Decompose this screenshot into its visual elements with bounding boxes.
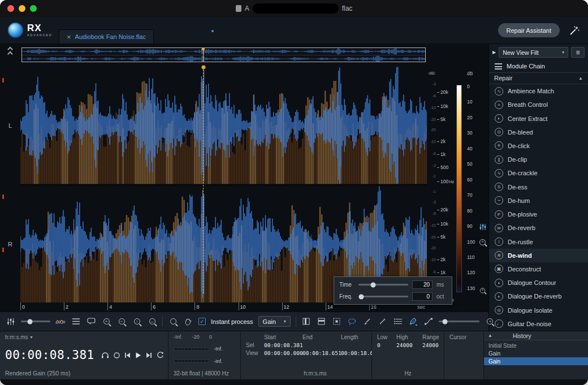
clip-gain-bubble-icon[interactable] <box>86 317 96 327</box>
amp-tick-label: -6 <box>433 94 436 98</box>
module-item-breath-control[interactable]: ≈Breath Control <box>489 98 588 111</box>
spectrogram-waveform-blend-icon[interactable] <box>55 317 66 327</box>
vertical-sliders-icon[interactable] <box>479 223 486 233</box>
freq-tick-label: 100Hz <box>437 179 454 184</box>
module-icon: ≋ <box>495 251 503 259</box>
feather-time-slider[interactable] <box>358 284 408 285</box>
module-item-de-crackle[interactable]: ϟDe-crackle <box>489 166 588 180</box>
magnifier-tool-icon[interactable] <box>168 317 178 327</box>
module-item-de-click[interactable]: ✳De-click <box>489 139 588 153</box>
magic-wand-selection-icon[interactable] <box>378 317 388 327</box>
tab-close-icon[interactable]: × <box>67 33 71 41</box>
module-item-deconstruct[interactable]: ▣Deconstruct <box>489 262 588 276</box>
sidebar-menu-button[interactable]: ≡ <box>571 47 585 58</box>
frequency-selection-icon[interactable] <box>317 317 327 327</box>
brush-selection-icon[interactable] <box>362 317 373 327</box>
file-tab[interactable]: × Audiobook Fan Noise.flac <box>59 29 154 44</box>
play-button[interactable] <box>135 352 141 358</box>
module-item-de-reverb[interactable]: ≫De-reverb <box>489 221 588 235</box>
db-tick-label: 50 <box>467 161 478 167</box>
time-format-dropdown[interactable]: h:m:s.ms ▾ <box>5 334 163 340</box>
history-item[interactable]: Gain <box>484 349 588 357</box>
time-ruler-unit: sec <box>417 304 425 310</box>
module-select-dropdown[interactable]: Gain ▾ <box>258 316 291 327</box>
record-button[interactable] <box>114 352 120 358</box>
mixer-icon[interactable] <box>6 317 16 327</box>
module-item-de-bleed[interactable]: ⊙De-bleed <box>489 126 588 139</box>
curve-tool-icon[interactable] <box>423 317 434 327</box>
selview-header-start: Start <box>264 334 302 340</box>
amp-tick-label: -1 <box>433 174 436 178</box>
module-item-center-extract[interactable]: ◐Center Extract <box>489 111 588 125</box>
skip-back-button[interactable] <box>124 352 131 358</box>
editor-area: L R <box>0 44 488 331</box>
zoom-in-icon[interactable]: + <box>101 317 111 327</box>
playhead-time-display: 00:00:08.381 <box>5 348 94 362</box>
module-item-de-hum[interactable]: ∼De-hum <box>489 194 588 207</box>
spectrogram-channel-left[interactable] <box>20 67 427 184</box>
zoom-time-icon[interactable]: + <box>485 317 495 327</box>
frequency-scale: 20k10k5k2k1k500100Hz 20k10k5k2k1k500100H… <box>436 44 455 312</box>
history-header[interactable]: ▲ History <box>484 331 588 340</box>
magic-wand-icon[interactable] <box>568 25 580 36</box>
db-tick-label: 110 <box>467 254 478 260</box>
playhead[interactable] <box>203 67 204 293</box>
blend-slider[interactable] <box>21 321 50 322</box>
feather-freq-slider[interactable] <box>358 296 408 297</box>
harmonics-selection-icon[interactable] <box>393 317 403 327</box>
module-list: ∿Ambience Match≈Breath Control◐Center Ex… <box>489 84 588 331</box>
hand-tool-icon[interactable] <box>183 317 193 327</box>
instant-process-checkbox[interactable]: ✓ <box>198 318 206 325</box>
module-item-de-clip[interactable]: ∥De-clip <box>489 153 588 166</box>
feather-tool-icon[interactable] <box>408 317 418 327</box>
opacity-slider[interactable] <box>439 321 479 322</box>
zoom-out-icon[interactable]: − <box>116 317 127 327</box>
module-item-dialogue-contour[interactable]: ◖Dialogue Contour <box>489 276 588 289</box>
module-item-de-plosive[interactable]: PDe-plosive <box>489 207 588 221</box>
range-header-low: Low <box>377 334 396 340</box>
minimize-window-button[interactable] <box>19 5 25 12</box>
module-item-de-ess[interactable]: SDe-ess <box>489 180 588 194</box>
time-selection-icon[interactable] <box>301 317 312 327</box>
zoom-selection-icon[interactable]: ▫ <box>132 317 142 327</box>
zoom-fit-icon[interactable]: ↔ <box>147 317 157 327</box>
db-tick-label: 130 <box>467 285 478 291</box>
repair-section-header[interactable]: Repair ▲ <box>489 72 588 84</box>
history-item[interactable]: Initial State <box>484 341 588 349</box>
module-chain-item[interactable]: Module Chain <box>489 60 588 72</box>
collapse-overview-icon[interactable] <box>8 48 12 57</box>
module-item-de-rustle[interactable]: ≀De-rustle <box>489 235 588 248</box>
feather-time-value[interactable]: 20 <box>412 280 433 289</box>
zoom-out-vertical-icon[interactable]: + <box>480 284 485 293</box>
module-item-dialogue-de-reverb[interactable]: ◗Dialogue De-reverb <box>489 289 588 303</box>
module-item-de-wind[interactable]: ≋De-wind <box>489 249 588 262</box>
history-item[interactable]: Gain <box>484 357 588 365</box>
spectrogram-colorbar[interactable] <box>456 85 462 292</box>
skip-forward-button[interactable] <box>146 352 152 358</box>
module-item-dialogue-isolate[interactable]: ◎Dialogue Isolate <box>489 304 588 317</box>
module-item-ambience-match[interactable]: ∿Ambience Match <box>489 84 588 98</box>
sel-row-label: Sel <box>246 342 264 348</box>
lasso-selection-icon[interactable] <box>347 317 357 327</box>
module-item-guitar-de-noise[interactable]: ♩Guitar De-noise <box>489 317 588 331</box>
freq-tick-label: 5k <box>437 234 446 240</box>
repair-assistant-button[interactable]: Repair Assistant <box>498 23 560 37</box>
monitor-headphones-icon[interactable] <box>101 352 109 358</box>
db-tick-label: 0 <box>467 84 478 89</box>
instant-process-label[interactable]: Instant process <box>211 318 253 325</box>
zoom-in-vertical-icon[interactable]: + <box>479 235 486 245</box>
module-list-icon[interactable] <box>71 317 81 327</box>
clip-indicator <box>2 78 4 83</box>
time-frequency-selection-icon[interactable] <box>332 317 342 327</box>
sidebar-expand-icon[interactable]: ▶ <box>492 50 496 55</box>
spectrogram-view[interactable] <box>20 67 427 302</box>
overview-waveform[interactable] <box>21 47 426 62</box>
close-window-button[interactable] <box>7 5 14 12</box>
overview-playhead[interactable] <box>203 48 204 62</box>
view-filter-dropdown[interactable]: New View Filt ▾ <box>499 47 568 58</box>
range-header-range: Range <box>422 334 439 340</box>
time-tick-label: 12 <box>282 304 289 310</box>
feather-freq-value[interactable]: 0 <box>412 292 433 301</box>
loop-button[interactable] <box>157 352 164 358</box>
zoom-window-button[interactable] <box>30 5 37 12</box>
